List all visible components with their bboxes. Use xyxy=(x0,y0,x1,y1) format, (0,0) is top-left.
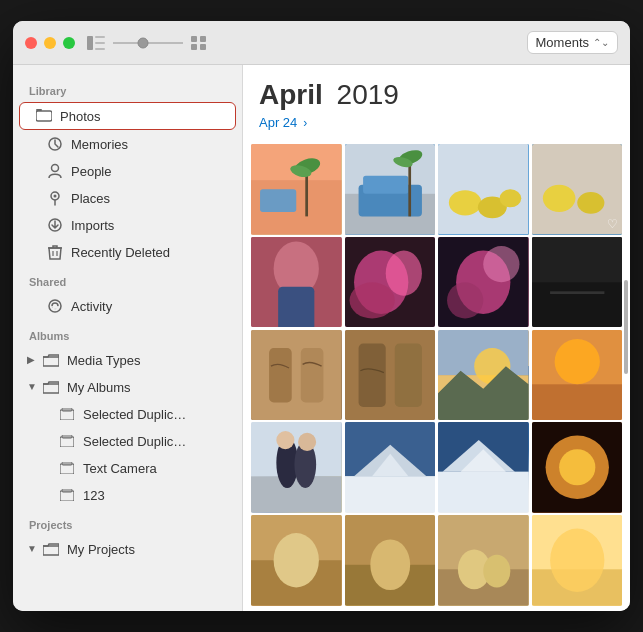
date-label[interactable]: Apr 24 xyxy=(259,115,297,130)
close-button[interactable] xyxy=(25,37,37,49)
sidebar-item-media-types[interactable]: ▶ Media Types xyxy=(19,347,236,373)
sidebar-toggle-icon[interactable] xyxy=(87,36,105,50)
svg-point-98 xyxy=(370,540,410,591)
month-label: April xyxy=(259,79,323,110)
photo-cell[interactable] xyxy=(438,144,529,235)
sidebar-item-my-albums[interactable]: ▼ My Albums xyxy=(19,374,236,400)
svg-point-53 xyxy=(354,250,408,313)
svg-rect-69 xyxy=(438,330,529,375)
photo-cell[interactable] xyxy=(345,237,436,328)
sidebar-item-123[interactable]: 123 xyxy=(19,482,236,508)
photo-cell[interactable] xyxy=(438,422,529,513)
grid-view-icon[interactable] xyxy=(191,36,207,50)
activity-icon xyxy=(47,298,63,314)
photo-cell[interactable] xyxy=(345,330,436,421)
photos-icon xyxy=(36,108,52,124)
photo-cell[interactable] xyxy=(532,330,623,421)
svg-point-91 xyxy=(545,436,608,499)
svg-point-58 xyxy=(483,246,519,282)
svg-rect-29 xyxy=(251,144,342,235)
svg-rect-49 xyxy=(251,237,342,328)
svg-point-105 xyxy=(550,529,604,592)
photo-cell[interactable] xyxy=(345,422,436,513)
moments-label: Moments xyxy=(536,35,589,50)
photo-cell[interactable] xyxy=(251,237,342,328)
my-projects-label: My Projects xyxy=(67,542,135,557)
svg-point-101 xyxy=(458,550,491,590)
svg-point-48 xyxy=(577,192,604,214)
svg-point-92 xyxy=(559,450,595,486)
sidebar-item-my-projects[interactable]: ▼ My Projects xyxy=(19,536,236,562)
svg-rect-56 xyxy=(438,237,529,328)
dropdown-arrow-icon: ⌃⌄ xyxy=(593,37,609,48)
photo-cell[interactable] xyxy=(251,422,342,513)
svg-marker-84 xyxy=(354,445,426,477)
photo-cell[interactable] xyxy=(438,330,529,421)
date-navigation: Apr 24 › xyxy=(259,115,614,130)
svg-rect-2 xyxy=(95,42,105,44)
my-albums-label: My Albums xyxy=(67,380,131,395)
svg-rect-37 xyxy=(358,185,421,217)
expand-arrow-media-types: ▶ xyxy=(27,354,39,366)
svg-point-13 xyxy=(52,165,59,172)
sidebar-item-activity[interactable]: Activity xyxy=(19,293,236,319)
fullscreen-button[interactable] xyxy=(63,37,75,49)
content-area: Library Photos Memories People xyxy=(13,65,630,611)
sidebar-item-memories[interactable]: Memories xyxy=(19,131,236,157)
svg-rect-100 xyxy=(438,569,529,605)
svg-point-20 xyxy=(49,300,61,312)
photo-cell[interactable] xyxy=(532,237,623,328)
sidebar-item-people[interactable]: People xyxy=(19,158,236,184)
sidebar-item-text-camera[interactable]: Text Camera xyxy=(19,455,236,481)
sidebar-item-selected-duplic-2[interactable]: Selected Duplic… xyxy=(19,428,236,454)
moments-dropdown[interactable]: Moments ⌃⌄ xyxy=(527,31,618,54)
photo-cell[interactable] xyxy=(251,330,342,421)
projects-section-label: Projects xyxy=(13,509,242,535)
traffic-lights xyxy=(25,37,75,49)
svg-point-45 xyxy=(500,189,522,207)
selected-duplic-1-label: Selected Duplic… xyxy=(83,407,186,422)
app-window: Moments ⌃⌄ Library Photos Memories xyxy=(13,21,630,611)
sidebar: Library Photos Memories People xyxy=(13,65,243,611)
slider-control[interactable] xyxy=(113,36,183,50)
photo-cell[interactable] xyxy=(345,515,436,606)
scrollbar[interactable] xyxy=(624,280,628,375)
photo-grid: ♡ xyxy=(243,138,630,611)
photo-cell[interactable] xyxy=(532,515,623,606)
minimize-button[interactable] xyxy=(44,37,56,49)
date-chevron-icon[interactable]: › xyxy=(303,116,307,130)
main-header: April 2019 Apr 24 › xyxy=(243,65,630,138)
memories-label: Memories xyxy=(71,137,128,152)
photo-cell[interactable] xyxy=(438,237,529,328)
expand-arrow-my-albums: ▼ xyxy=(27,381,39,393)
photo-cell[interactable] xyxy=(251,144,342,235)
svg-rect-93 xyxy=(251,515,342,606)
album-icon-3 xyxy=(59,460,75,476)
month-year-title: April 2019 xyxy=(259,79,614,111)
sidebar-item-recently-deleted[interactable]: Recently Deleted xyxy=(19,239,236,265)
imports-label: Imports xyxy=(71,218,114,233)
media-types-label: Media Types xyxy=(67,353,140,368)
imports-icon xyxy=(47,217,63,233)
titlebar-controls xyxy=(87,36,527,50)
album-icon-2 xyxy=(59,433,75,449)
sidebar-item-imports[interactable]: Imports xyxy=(19,212,236,238)
photo-cell[interactable] xyxy=(345,144,436,235)
sidebar-item-selected-duplic-1[interactable]: Selected Duplic… xyxy=(19,401,236,427)
svg-rect-86 xyxy=(438,422,529,472)
photo-cell[interactable]: ♡ xyxy=(532,144,623,235)
photo-cell[interactable] xyxy=(438,515,529,606)
album-icon-4 xyxy=(59,487,75,503)
svg-rect-10 xyxy=(36,111,52,121)
svg-point-95 xyxy=(274,533,319,587)
sidebar-item-places[interactable]: Places xyxy=(19,185,236,211)
svg-rect-63 xyxy=(251,330,342,421)
photo-cell[interactable] xyxy=(251,515,342,606)
photo-cell[interactable] xyxy=(532,422,623,513)
albums-section-label: Albums xyxy=(13,320,242,346)
svg-point-79 xyxy=(294,441,316,488)
svg-rect-51 xyxy=(278,287,314,328)
svg-rect-35 xyxy=(345,144,436,235)
sidebar-item-photos[interactable]: Photos xyxy=(19,102,236,130)
svg-point-71 xyxy=(474,348,510,384)
